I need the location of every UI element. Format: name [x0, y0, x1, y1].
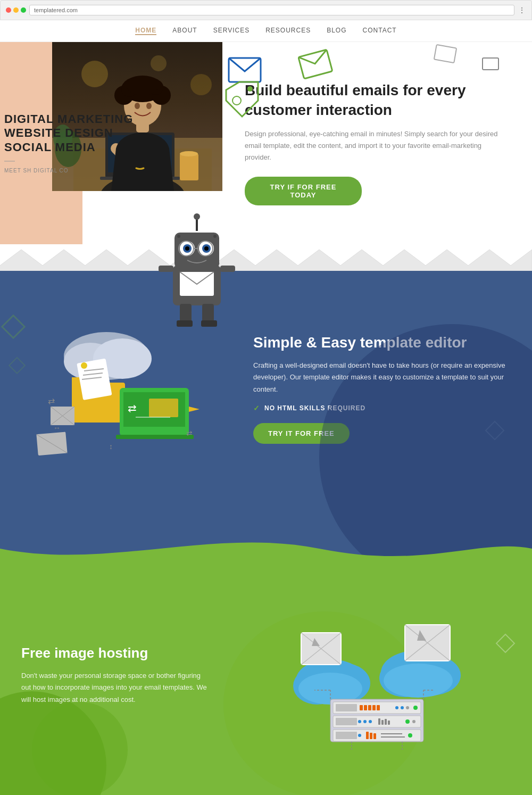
svg-point-55	[213, 235, 217, 238]
svg-rect-102	[360, 705, 363, 710]
svg-point-121	[412, 720, 415, 723]
checkmark-icon: ✓	[253, 404, 260, 412]
svg-point-24	[135, 103, 140, 109]
browser-chrome: templatered.com ⋮	[0, 0, 532, 20]
svg-point-23	[127, 76, 159, 95]
svg-point-8	[190, 74, 212, 95]
svg-rect-125	[366, 732, 369, 739]
svg-point-50	[204, 246, 209, 251]
svg-rect-126	[370, 733, 372, 739]
svg-point-49	[185, 246, 189, 251]
svg-rect-112	[336, 718, 357, 725]
svg-point-114	[363, 720, 367, 723]
hosting-illustration-svg	[269, 601, 471, 750]
svg-rect-39	[202, 304, 214, 322]
svg-rect-38	[180, 304, 192, 322]
url-text: templatered.com	[34, 7, 78, 13]
svg-text:↔: ↔	[53, 424, 61, 432]
nav-blog[interactable]: BLOG	[327, 27, 346, 35]
nav-about[interactable]: ABOUT	[172, 27, 197, 35]
hero-text-overlay: DIGITAL MARKETING WEBSITE DESIGN SOCIAL …	[0, 112, 133, 173]
main-nav: HOME ABOUT SERVICES RESOURCES BLOG CONTA…	[0, 20, 532, 42]
svg-rect-41	[201, 320, 217, 327]
hosting-illustration-container	[230, 601, 511, 750]
svg-marker-72	[189, 407, 200, 412]
url-bar[interactable]: templatered.com	[29, 5, 514, 15]
hero-right: Build beautiful emails for every custome…	[223, 42, 532, 244]
minimize-dot	[13, 7, 19, 13]
zigzag-divider	[0, 244, 532, 271]
nav-services[interactable]: SERVICES	[213, 27, 250, 35]
green-content: Free image hosting Don't waste your pers…	[0, 569, 532, 782]
svg-rect-117	[381, 720, 384, 725]
svg-rect-116	[378, 718, 380, 725]
close-dot	[6, 7, 11, 13]
svg-rect-118	[385, 719, 387, 725]
svg-point-113	[358, 720, 361, 723]
svg-text:⇄: ⇄	[48, 396, 55, 405]
hosting-heading: Free image hosting	[21, 645, 209, 661]
hero-line1: DIGITAL MARKETING	[4, 112, 133, 126]
nav-contact[interactable]: CONTACT	[363, 27, 397, 35]
blue-section: ⇄ ⇄ ↔ ⇄	[0, 271, 532, 569]
hero-line2: WEBSITE DESIGN	[4, 127, 133, 140]
editor-illustration-svg: ⇄ ⇄ ↔ ⇄	[21, 313, 202, 462]
svg-point-14	[180, 151, 198, 156]
svg-rect-69	[149, 399, 178, 417]
svg-rect-71	[116, 435, 194, 439]
svg-rect-104	[368, 705, 371, 710]
svg-text:↕: ↕	[109, 442, 113, 451]
svg-point-90	[384, 664, 453, 698]
svg-text:⇄: ⇄	[128, 402, 137, 414]
editor-description: Crafting a well-designed email doesn't h…	[253, 360, 511, 395]
svg-rect-119	[388, 721, 390, 725]
image-hosting-text: Free image hosting Don't waste your pers…	[21, 645, 209, 705]
svg-rect-40	[177, 320, 193, 327]
svg-point-25	[146, 103, 152, 109]
svg-point-120	[405, 719, 410, 724]
svg-rect-43	[220, 266, 235, 272]
svg-point-124	[358, 734, 361, 737]
hero-description: Design professional, eye-catching email …	[245, 128, 500, 163]
hero-cta-button[interactable]: TRY IF FOR FREE TODAY	[245, 177, 362, 205]
nav-resources[interactable]: RESOURCES	[265, 27, 311, 35]
robot-container	[149, 212, 245, 332]
hosting-description: Don't waste your personal storage space …	[21, 670, 209, 705]
svg-rect-101	[336, 704, 357, 711]
wave-bottom-blue	[0, 527, 532, 570]
svg-point-32	[194, 213, 200, 220]
svg-rect-103	[364, 705, 367, 710]
svg-point-109	[406, 706, 409, 709]
svg-point-110	[413, 706, 418, 710]
hero-section: DIGITAL MARKETING WEBSITE DESIGN SOCIAL …	[0, 42, 532, 244]
svg-point-65	[81, 362, 87, 369]
svg-rect-42	[159, 266, 173, 272]
svg-point-7	[151, 55, 167, 71]
svg-rect-106	[377, 705, 380, 710]
browser-menu[interactable]: ⋮	[518, 6, 526, 14]
svg-point-6	[81, 61, 108, 87]
hero-heading: Build beautiful emails for every custome…	[245, 81, 500, 120]
svg-text:⇄: ⇄	[186, 429, 193, 437]
robot-svg	[149, 212, 245, 329]
svg-rect-127	[373, 733, 376, 739]
green-section: Free image hosting Don't waste your pers…	[0, 569, 532, 795]
svg-point-54	[177, 235, 180, 238]
hero-subtitle: MEET SH DIGITAL CO	[4, 168, 133, 174]
svg-point-115	[369, 720, 372, 723]
svg-point-108	[401, 706, 404, 709]
browser-dots	[6, 7, 26, 13]
nav-home[interactable]: HOME	[135, 27, 156, 35]
svg-rect-13	[180, 154, 198, 180]
editor-illustration-container: ⇄ ⇄ ↔ ⇄	[21, 313, 232, 465]
expand-dot	[21, 7, 26, 13]
svg-point-130	[408, 733, 412, 738]
menu-icon: ⋮	[518, 6, 526, 14]
svg-point-107	[395, 706, 398, 709]
svg-rect-123	[336, 732, 357, 739]
hero-line3: SOCIAL MEDIA	[4, 140, 133, 154]
svg-rect-105	[372, 705, 376, 710]
